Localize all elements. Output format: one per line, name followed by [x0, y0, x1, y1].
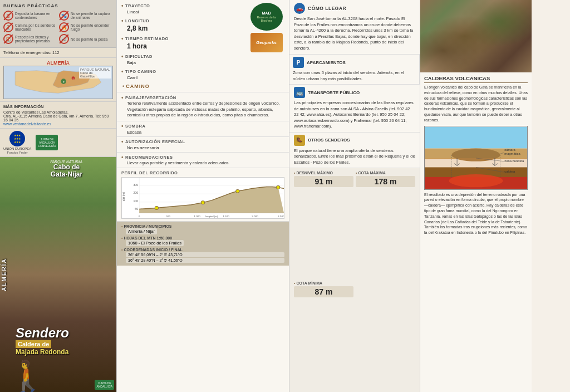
- svg-text:★: ★: [72, 78, 74, 80]
- coords-label: • COORDENADAS INICIO / FINAL: [121, 248, 284, 252]
- svg-text:200: 200: [133, 191, 138, 194]
- sendero-word: Sendero: [16, 326, 115, 340]
- practice-item-pesca: 🎣 No se permite la pesca: [59, 34, 113, 44]
- no-animal-icon: 🐾: [59, 11, 69, 21]
- profile-section: PERFIL DEL RECORRIDO 300 200 100 50: [117, 168, 289, 222]
- geoparks-logo: Geoparks: [250, 33, 283, 52]
- no-fire-icon: 🔥: [59, 22, 69, 32]
- aparcamiento-section: P APARCAMIENTOS Zona con unas 5 plazas a…: [289, 55, 420, 84]
- calderas-content: CALDERAS VOLCÁNICAS El origen volcánico …: [420, 72, 532, 392]
- sombra-section: SOMBRA Escasa: [117, 121, 289, 137]
- bottom-stats: • PROVINCIA / MUNICIPIOS Almería / Níjar…: [117, 222, 289, 266]
- cota-max-stat: • COTA MÁXIMA 178 m: [356, 171, 415, 279]
- profile-title: PERFIL DEL RECORRIDO: [121, 170, 284, 175]
- svg-point-15: [155, 207, 158, 210]
- desnivel-value: 91 m: [294, 176, 353, 187]
- desnivel-label: • DESNIVEL MÁXIMO: [294, 171, 353, 175]
- svg-text:1.500: 1.500: [223, 215, 229, 218]
- practice-item-basura: 🗑 Deposita la basura en contenedores: [3, 11, 57, 21]
- desnivel-stat: • DESNIVEL MÁXIMO 91 m: [294, 171, 353, 279]
- eu-logo-group: ★★★★★★★★★ UNIÓN EUROPEA Fondos Feder: [3, 131, 31, 154]
- almeria-vertical-label: ALMERÍA: [1, 258, 7, 291]
- practice-item-bienes: 🏠 Respeta los bienes y propiedades priva…: [3, 34, 57, 44]
- aerial-photo-bg: [420, 0, 532, 72]
- recomendaciones-section: RECOMENDACIONES Llevar agua potable y ve…: [117, 153, 289, 169]
- calderas-title: CALDERAS VOLCÁNICAS: [424, 75, 528, 83]
- aparcamiento-transporte: P APARCAMIENTOS Zona con unas 5 plazas a…: [289, 55, 420, 85]
- landscape-bg: PARQUE NATURAL Cabo deGata-Níjar: [0, 157, 116, 392]
- car-icon: 🚗: [294, 3, 305, 14]
- svg-text:2.500: 2.500: [278, 215, 284, 218]
- como-llegar-title: CÓMO LLEGAR: [308, 6, 346, 11]
- svg-text:100: 100: [133, 199, 138, 203]
- fondos-label: Fondos Feder: [7, 151, 27, 154]
- parque-box-label: PARQUE NATURALCabo deGata-Níjar: [79, 67, 111, 79]
- practice-grid: 🗑 Deposita la basura en contenedores 🐾 N…: [3, 11, 113, 44]
- property-icon: 🏠: [3, 34, 13, 44]
- como-llegar-text: Desde San José tomar la AL-3208 hacia el…: [294, 16, 415, 51]
- mid-column: TRAYECTO Lineal LONGITUD 2,8 km TIEMPO E…: [117, 0, 289, 392]
- dificultad-label: DIFICULTAD: [121, 53, 245, 60]
- practice-text: No se permite la pesca: [71, 37, 107, 41]
- paisaje-text: Terreno relativamente accidentado entre …: [121, 101, 284, 119]
- tiempo-label: TIEMPO ESTIMADO: [121, 36, 245, 42]
- majada-label: Majada Redonda: [16, 348, 115, 356]
- svg-text:magmática: magmática: [504, 152, 520, 155]
- logos-section: MAB Reserva de laBiosfera Geoparks: [248, 3, 284, 89]
- hiker-figure: 🚶: [8, 361, 47, 392]
- svg-text:50: 50: [135, 208, 138, 211]
- left-scenic-area: PARQUE NATURAL Cabo deGata-Níjar Sendero…: [0, 157, 116, 392]
- sombra-value: Escasa: [121, 130, 284, 135]
- parking-icon: P: [293, 57, 304, 68]
- buenas-practicas-section: BUENAS PRÁCTICAS 🗑 Deposita la basura en…: [0, 0, 116, 48]
- transporte-header: 🚌 TRANSPORTE PÚBLICO: [294, 87, 415, 98]
- aparcamiento-text: Zona con unas 5 plazas al inicio del sen…: [293, 70, 416, 82]
- svg-text:500: 500: [166, 215, 170, 218]
- svg-text:caldera: caldera: [504, 170, 515, 173]
- svg-text:altit (m): altit (m): [122, 192, 125, 201]
- eu-label: UNIÓN EUROPEA: [3, 147, 31, 150]
- practice-text: No se permite encender fuego: [71, 23, 113, 31]
- practice-text: No se permite la captura de animales: [71, 12, 113, 19]
- parque-natural-header: PARQUE NATURAL Cabo deGata-Níjar: [17, 160, 116, 178]
- svg-point-16: [201, 201, 204, 204]
- trail-icon: 🥾: [294, 135, 305, 146]
- transporte-title: TRANSPORTE PÚBLICO: [308, 90, 360, 95]
- como-llegar-header: 🚗 CÓMO LLEGAR: [294, 3, 415, 14]
- calderas-text2: El resultado es una depresión del terren…: [424, 192, 528, 236]
- almeria-map-label: ALMERÍA: [3, 60, 113, 66]
- mas-info-section: MÁS INFORMACIÓN Centro de Visitantes Las…: [0, 102, 116, 129]
- bus-icon: 🚌: [294, 87, 305, 98]
- buenas-practicas-title: BUENAS PRÁCTICAS: [3, 3, 113, 8]
- mas-info-website[interactable]: www.ventanadelvisitante.es: [3, 122, 51, 126]
- provincia-row: • PROVINCIA / MUNICIPIOS Almería / Níjar: [121, 224, 284, 234]
- hojas-value: 1060 - El Pozo de los Frailes: [126, 240, 184, 246]
- coords-row: • COORDENADAS INICIO / FINAL 36° 48' 56,…: [121, 248, 284, 263]
- tipo-camino-label: TIPO CAMINO: [121, 68, 245, 75]
- aparcamiento-title: APARCAMIENTOS: [307, 60, 346, 65]
- paisaje-section: PAISAJE/VEGETACIÓN Terreno relativamente…: [117, 92, 289, 121]
- cota-min-label: • COTA MÍNIMA: [294, 281, 353, 285]
- practice-item-animales: 🐾 No se permite la captura de animales: [59, 11, 113, 21]
- svg-text:longitud (m): longitud (m): [205, 215, 218, 218]
- stats-grid: • DESNIVEL MÁXIMO 91 m • COTA MÁXIMA 178…: [289, 168, 420, 392]
- eu-emblem: ★★★★★★★★★: [9, 131, 25, 146]
- aerial-photo: [420, 0, 532, 72]
- dificultad-value: Baja: [121, 60, 245, 65]
- junta-logo: JUNTA DEANDALUCÍACONSEJERÍA: [36, 135, 58, 150]
- longitud-value: 2,8 km: [121, 24, 245, 32]
- otros-header: 🥾 OTROS SENDEROS: [294, 135, 415, 146]
- recomendaciones-label: RECOMENDACIONES: [121, 154, 284, 160]
- svg-point-18: [276, 186, 279, 189]
- svg-rect-27: [425, 126, 527, 148]
- practice-text: Deposita la basura en contenedores: [15, 12, 57, 19]
- coord1: 36° 48' 56,09"N – 2° 5' 43,71"O: [126, 252, 284, 257]
- otros-title: OTROS SENDEROS: [308, 138, 350, 143]
- otros-text: El parque natural tiene una amplia ofert…: [294, 148, 415, 166]
- practice-text: Respeta los bienes y propiedades privada…: [15, 35, 57, 43]
- cota-min-stat: • COTA MÍNIMA 87 m: [294, 281, 353, 389]
- map-container: P ★ PARQUE NATURALCabo deGata-Níjar: [3, 66, 113, 99]
- provincia-label: • PROVINCIA / MUNICIPIOS: [121, 224, 284, 228]
- longitud-row: LONGITUD 2,8 km: [121, 18, 245, 32]
- parque-natural-name: Cabo deGata-Níjar: [17, 164, 116, 178]
